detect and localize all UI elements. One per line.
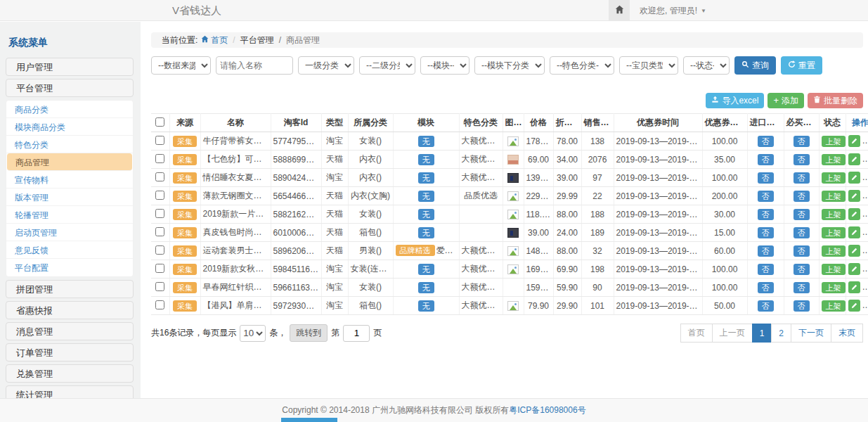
- edit-button[interactable]: [848, 300, 860, 312]
- edit-button[interactable]: [848, 153, 860, 165]
- edit-button[interactable]: [848, 281, 860, 293]
- batch-delete-button[interactable]: 批量删除: [808, 93, 863, 108]
- filter-select-模块[interactable]: --模块--: [420, 56, 469, 75]
- name-search-input[interactable]: [216, 56, 293, 75]
- must-buy-toggle[interactable]: 否: [793, 227, 810, 238]
- status-toggle[interactable]: 上架: [822, 209, 846, 220]
- sidebar-item-启动页管理[interactable]: 启动页管理: [6, 224, 133, 241]
- import-select-toggle[interactable]: 否: [758, 282, 774, 293]
- cell-source: 采集: [169, 187, 200, 205]
- status-toggle[interactable]: 上架: [822, 282, 846, 293]
- row-checkbox[interactable]: [155, 209, 164, 218]
- filter-select-一级分类[interactable]: 一级分类: [298, 56, 354, 75]
- import-select-toggle[interactable]: 否: [758, 300, 774, 312]
- sidebar-group-平台管理[interactable]: 平台管理: [6, 79, 134, 97]
- pager-button-末页[interactable]: 末页: [831, 324, 863, 343]
- select-all-checkbox[interactable]: [155, 117, 164, 127]
- sidebar-item-意见反馈[interactable]: 意见反馈: [6, 241, 133, 259]
- jump-button[interactable]: 跳转到: [290, 324, 328, 342]
- breadcrumb-home-link[interactable]: 首页: [201, 34, 228, 46]
- filter-select-二级分类[interactable]: --二级分类--: [359, 56, 415, 75]
- edit-button[interactable]: [848, 208, 860, 220]
- table-row: 采集真皮钱包时尚优雅女士...601000601341天猫箱包()无39.002…: [151, 224, 868, 242]
- must-buy-toggle[interactable]: 否: [793, 282, 810, 293]
- import-select-toggle[interactable]: 否: [758, 209, 774, 220]
- row-checkbox[interactable]: [155, 227, 164, 236]
- status-toggle[interactable]: 上架: [822, 136, 846, 147]
- status-toggle[interactable]: 上架: [822, 245, 846, 257]
- edit-button[interactable]: [848, 263, 860, 275]
- sidebar-group-订单管理[interactable]: 订单管理: [6, 343, 134, 362]
- row-checkbox[interactable]: [155, 191, 164, 200]
- row-checkbox[interactable]: [155, 300, 164, 309]
- sidebar-item-宣传物料[interactable]: 宣传物料: [6, 171, 133, 188]
- pager-button-1[interactable]: 1: [752, 324, 772, 343]
- import-select-toggle[interactable]: 否: [758, 172, 774, 184]
- sidebar-group-用户管理[interactable]: 用户管理: [6, 58, 134, 76]
- row-checkbox[interactable]: [155, 172, 164, 181]
- edit-button[interactable]: [848, 135, 860, 147]
- import-select-toggle[interactable]: 否: [758, 154, 774, 165]
- pager-button-上一页[interactable]: 上一页: [712, 324, 753, 343]
- row-checkbox[interactable]: [155, 282, 164, 291]
- filter-select-数据来源[interactable]: --数据来源--: [151, 56, 211, 75]
- reset-button[interactable]: 重置: [781, 56, 822, 75]
- pager-button-下一页[interactable]: 下一页: [791, 324, 831, 343]
- sidebar-group-兑换管理[interactable]: 兑换管理: [6, 364, 134, 383]
- sidebar-item-特色分类[interactable]: 特色分类: [6, 136, 133, 153]
- status-toggle[interactable]: 上架: [822, 300, 846, 312]
- import-select-toggle[interactable]: 否: [758, 191, 774, 202]
- sidebar-item-平台配置[interactable]: 平台配置: [6, 259, 133, 276]
- sidebar-item-商品分类[interactable]: 商品分类: [6, 101, 133, 118]
- import-select-toggle[interactable]: 否: [758, 264, 774, 275]
- import-select-toggle[interactable]: 否: [758, 245, 774, 257]
- edit-button[interactable]: [848, 226, 860, 238]
- cell-name: 2019新款一片式系...: [200, 205, 271, 224]
- per-page-select[interactable]: 10: [240, 325, 266, 342]
- import-select-toggle[interactable]: 否: [758, 227, 774, 238]
- row-checkbox[interactable]: [155, 264, 164, 273]
- import-excel-button[interactable]: 导入excel: [706, 93, 764, 108]
- must-buy-toggle[interactable]: 否: [793, 209, 810, 220]
- must-buy-toggle[interactable]: 否: [793, 136, 810, 147]
- home-button[interactable]: [609, 0, 630, 21]
- pager-button-2[interactable]: 2: [771, 324, 791, 343]
- row-checkbox[interactable]: [155, 154, 164, 163]
- status-toggle[interactable]: 上架: [822, 264, 846, 275]
- sidebar-group-消息管理[interactable]: 消息管理: [6, 322, 134, 340]
- filter-select-宝贝类型[interactable]: --宝贝类型--: [619, 56, 678, 75]
- add-button[interactable]: + 添加: [767, 93, 804, 108]
- filter-select-特色分类[interactable]: --特色分类--: [550, 56, 614, 75]
- must-buy-toggle[interactable]: 否: [793, 300, 810, 312]
- edit-button[interactable]: [848, 190, 860, 202]
- import-select-toggle[interactable]: 否: [758, 136, 774, 147]
- sidebar-item-商品管理[interactable]: 商品管理: [7, 153, 132, 171]
- status-toggle[interactable]: 上架: [822, 191, 846, 202]
- status-toggle[interactable]: 上架: [822, 172, 846, 184]
- sidebar-item-版本管理[interactable]: 版本管理: [6, 188, 133, 206]
- status-toggle[interactable]: 上架: [822, 227, 846, 238]
- user-menu[interactable]: 欢迎您, 管理员! ▼: [630, 0, 706, 21]
- must-buy-toggle[interactable]: 否: [793, 191, 810, 202]
- status-toggle[interactable]: 上架: [822, 154, 846, 165]
- filter-select-模块下分类[interactable]: --模块下分类--: [474, 56, 545, 75]
- search-button[interactable]: 查询: [734, 56, 776, 75]
- cell-discount: 59.90: [553, 279, 581, 297]
- cell-must_buy: 否: [784, 279, 819, 297]
- must-buy-toggle[interactable]: 否: [793, 154, 810, 165]
- edit-button[interactable]: [848, 172, 860, 184]
- pager-button-首页[interactable]: 首页: [680, 324, 713, 343]
- icp-link[interactable]: 粤ICP备16098006号: [509, 405, 585, 415]
- must-buy-toggle[interactable]: 否: [793, 172, 810, 184]
- filter-select-状态[interactable]: --状态--: [683, 56, 730, 75]
- must-buy-toggle[interactable]: 否: [793, 264, 810, 275]
- row-checkbox[interactable]: [155, 245, 164, 255]
- row-checkbox[interactable]: [155, 136, 164, 145]
- sidebar-group-省惠快报[interactable]: 省惠快报: [6, 301, 134, 319]
- sidebar-item-轮播管理[interactable]: 轮播管理: [6, 206, 133, 224]
- edit-button[interactable]: [848, 245, 860, 257]
- sidebar-item-模块商品分类[interactable]: 模块商品分类: [6, 118, 133, 136]
- must-buy-toggle[interactable]: 否: [793, 245, 810, 257]
- jump-page-input[interactable]: [343, 325, 370, 342]
- sidebar-group-拼团管理[interactable]: 拼团管理: [6, 280, 134, 298]
